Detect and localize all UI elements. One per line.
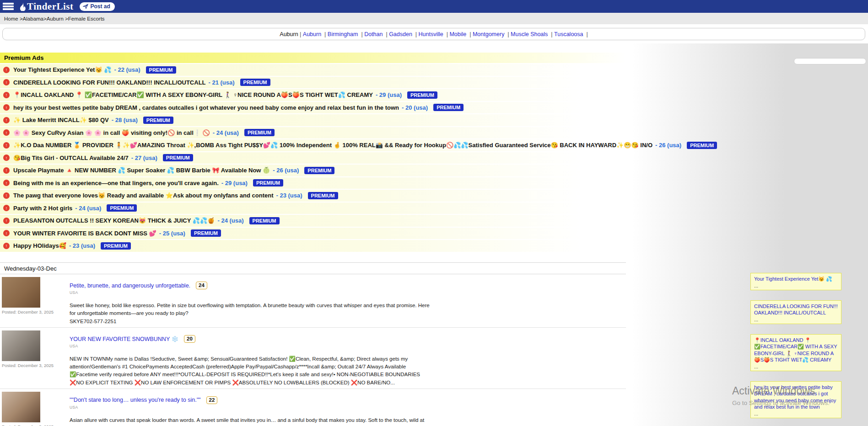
city-link[interactable]: Mobile <box>449 31 466 37</box>
listing-title-link[interactable]: ""Don't stare too long… unless you're re… <box>70 397 201 403</box>
premium-ad-row: ↑ The pawg that everyone loves😼 Ready an… <box>0 190 626 202</box>
sidebar-ad-box[interactable]: hey its your best wettes petite baby DRE… <box>750 381 841 418</box>
premium-ads-section: Premium Ads ↑ Your Tightest Experience Y… <box>0 53 626 252</box>
listing-body: ""Don't stare too long… unless you're re… <box>70 392 436 426</box>
sidebar-ad-box[interactable]: Your Tightest Experience Yet😼 💦 ... <box>750 273 841 290</box>
premium-ad-link[interactable]: 🌸 🌸 Sexy CuRvy Asian 🌸 🌸 in call 🍑 visit… <box>13 129 210 136</box>
page: TinderList Post ad Home > Alabama> Aubur… <box>0 0 868 426</box>
premium-badge: PREMIUM <box>304 167 334 174</box>
premium-ad-row: ↑ ✨ Lake Merritt INCALL✨ $80 QV - 28 (us… <box>0 114 626 126</box>
premium-ad-link[interactable]: 📍INCALL OAKLAND 📍 ✅FACETIME/CAR✅ WITH A … <box>13 91 373 98</box>
city-separator: | <box>298 31 303 37</box>
sidebar-ad-link[interactable]: Your Tightest Experience Yet😼 💦 <box>754 276 838 282</box>
premium-ad-link[interactable]: Your Tightest Experience Yet😼 💦 <box>13 66 112 73</box>
listing-thumbnail[interactable] <box>2 330 40 361</box>
post-ad-button[interactable]: Post ad <box>80 2 114 11</box>
premium-ad-row: ↑ ✨K.O Daa NUMBER 🏅 PROVIDER 🧍✨💕AMAZING … <box>0 139 626 151</box>
city-link[interactable]: Dothan <box>364 31 383 37</box>
premium-ad-link[interactable]: ✨K.O Daa NUMBER 🏅 PROVIDER 🧍✨💕AMAZING Th… <box>13 142 652 149</box>
city-link[interactable]: Huntsville <box>419 31 443 37</box>
premium-ad-row: ↑ Your Tightest Experience Yet😼 💦 - 22 (… <box>0 64 626 76</box>
premium-ad-age-meta: - 23 (usa) <box>69 242 95 249</box>
sidebar-ad-link[interactable]: 📍INCALL OAKLAND 📍 ✅FACETIME/CAR✅ WITH A … <box>754 337 838 363</box>
up-arrow-icon: ↑ <box>3 67 10 73</box>
premium-ad-link[interactable]: 😘Big Tits Girl - OUTCALL Available 24/7 <box>13 154 129 161</box>
city-links-bar: Auburn | Auburn | Birmingham | Dothan | … <box>2 28 865 40</box>
premium-ad-row: ↑ 🌸 🌸 Sexy CuRvy Asian 🌸 🌸 in call 🍑 vis… <box>0 127 626 139</box>
premium-badge: PREMIUM <box>107 204 137 212</box>
sidebar-ad-ellipsis: ... <box>754 317 838 322</box>
city-separator: | <box>466 31 473 37</box>
sidebar-ad-box[interactable]: 📍INCALL OAKLAND 📍 ✅FACETIME/CAR✅ WITH A … <box>750 334 841 371</box>
sidebar-ad-link[interactable]: CINDERELLA LOOKING FOR FUN!!! OAKLAND!!!… <box>754 303 838 316</box>
premium-ad-link[interactable]: The pawg that everyone loves😼 Ready and … <box>13 192 273 199</box>
up-arrow-icon: ↑ <box>3 142 10 149</box>
listing-title-link[interactable]: Petite, brunette, and dangerously unforg… <box>70 282 190 289</box>
listing-country: USA <box>70 344 436 348</box>
up-arrow-icon: ↑ <box>3 167 10 174</box>
listing-title-link[interactable]: YOUR NEW FAVORITE SNOWBUNNY ❄️ <box>70 335 178 342</box>
listing-item: Posted: December 3, 2025 YOUR NEW FAVORI… <box>0 327 626 389</box>
premium-ad-link[interactable]: Upscale Playmate 🔺 NEW NUMBER 💦 Super So… <box>13 167 270 174</box>
city-separator: | <box>548 31 554 37</box>
premium-ad-link[interactable]: PLEASANTON OUTCALLS !! SEXY KOREAN😻 THIC… <box>13 217 215 224</box>
up-arrow-icon: ↑ <box>3 104 10 111</box>
listing-thumbnail[interactable] <box>2 392 40 422</box>
up-arrow-icon: ↑ <box>3 154 10 161</box>
city-link[interactable]: Auburn <box>303 31 321 37</box>
sidebar-ad-ellipsis: ... <box>754 364 838 369</box>
posted-date: Posted: December 3, 2025 <box>2 309 70 314</box>
city-link[interactable]: Gadsden <box>389 31 412 37</box>
listing-thumbnail[interactable] <box>2 277 40 308</box>
listing-body: Petite, brunette, and dangerously unforg… <box>70 277 436 325</box>
premium-badge: PREMIUM <box>433 104 464 111</box>
breadcrumb-link[interactable]: Home <box>4 16 18 21</box>
city-separator: | <box>321 31 328 37</box>
premium-ad-link[interactable]: YOUR WINTER FAVORITE IS BACK DONT MISS 💕 <box>13 230 156 237</box>
premium-badge: PREMIUM <box>191 229 221 237</box>
premium-ad-age-meta: - 26 (usa) <box>273 167 299 174</box>
premium-ad-row: ↑ YOUR WINTER FAVORITE IS BACK DONT MISS… <box>0 228 626 240</box>
sidebar-ad-box[interactable]: CINDERELLA LOOKING FOR FUN!!! OAKLAND!!!… <box>750 300 841 324</box>
premium-badge: PREMIUM <box>407 91 437 99</box>
city-link[interactable]: Birmingham <box>328 31 358 37</box>
premium-ad-age-meta: - 27 (usa) <box>131 154 157 161</box>
listing-item: Posted: December 3, 2025 Petite, brunett… <box>0 274 626 327</box>
city-link[interactable]: Auburn <box>280 31 298 37</box>
city-link[interactable]: Montgomery <box>473 31 504 37</box>
premium-ad-age-meta: - 24 (usa) <box>213 129 239 136</box>
city-link[interactable]: Tuscaloosa <box>554 31 583 37</box>
date-header: Wednesday-03-Dec <box>0 262 626 274</box>
up-arrow-icon: ↑ <box>3 180 10 186</box>
premium-ad-age-meta: - 25 (usa) <box>159 230 185 237</box>
hamburger-menu-icon[interactable] <box>3 3 14 10</box>
city-separator: | <box>412 31 419 37</box>
site-logo-text: TinderList <box>27 1 73 12</box>
sidebar-ad-link[interactable]: hey its your best wettes petite baby DRE… <box>754 384 838 410</box>
breadcrumb-link[interactable]: Auburn <box>47 16 64 21</box>
up-arrow-icon: ↑ <box>3 243 10 249</box>
city-link[interactable]: Muscle Shoals <box>511 31 548 37</box>
premium-ad-link[interactable]: ✨ Lake Merritt INCALL✨ $80 QV <box>13 117 109 123</box>
premium-badge: PREMIUM <box>143 117 173 124</box>
premium-badge: PREMIUM <box>101 242 131 250</box>
premium-ad-age-meta: - 23 (usa) <box>276 192 302 199</box>
premium-ad-link[interactable]: Happy HOlidays🥰 <box>13 242 66 249</box>
premium-ad-link[interactable]: Being with me is an experience—one that … <box>13 180 219 186</box>
premium-ad-link[interactable]: hey its your best wettes petite baby DRE… <box>13 104 399 111</box>
premium-badge: PREMIUM <box>687 142 717 149</box>
site-logo[interactable]: TinderList <box>19 1 73 12</box>
breadcrumb-link[interactable]: Alabama <box>23 16 43 21</box>
paper-plane-icon <box>83 4 88 9</box>
breadcrumb-link[interactable]: Female Escorts <box>68 16 105 21</box>
up-arrow-icon: ↑ <box>3 79 10 85</box>
premium-ad-link[interactable]: Party with 2 Hot girls <box>13 205 72 212</box>
premium-ad-row: ↑ Happy HOlidays🥰 - 23 (usa) PREMIUM <box>0 240 626 252</box>
age-badge: 20 <box>184 335 195 343</box>
post-ad-label: Post ad <box>90 3 110 10</box>
premium-ad-row: ↑ CINDERELLA LOOKING FOR FUN!!! OAKLAND!… <box>0 77 626 89</box>
flame-icon <box>19 2 26 11</box>
top-right-placeholder[interactable] <box>794 58 866 64</box>
premium-ad-link[interactable]: CINDERELLA LOOKING FOR FUN!!! OAKLAND!!!… <box>13 79 206 86</box>
listing-body: YOUR NEW FAVORITE SNOWBUNNY ❄️ 20 USA NE… <box>70 330 436 387</box>
